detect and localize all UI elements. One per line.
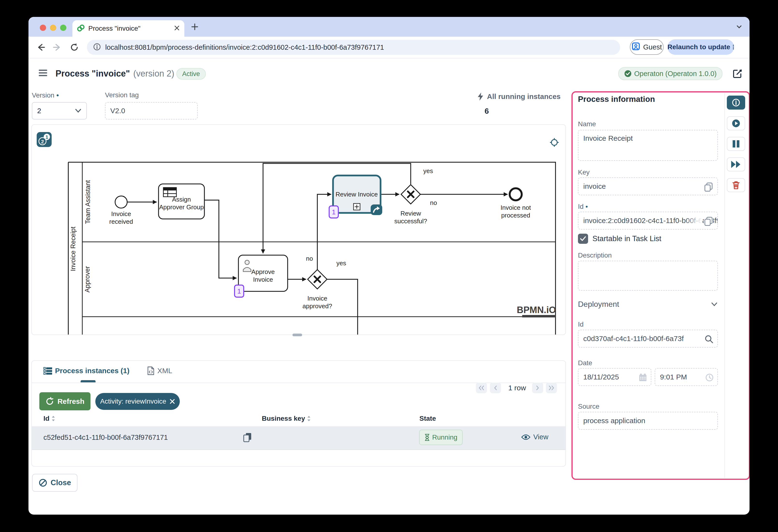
favicon-link-icon [77, 24, 85, 33]
delete-button[interactable] [727, 178, 745, 192]
new-tab-icon[interactable] [190, 23, 199, 32]
cancel-icon [38, 478, 47, 487]
svg-text:successful?: successful? [394, 218, 427, 225]
instance-id[interactable]: c52fed51-c4c1-11f0-b00f-6a73f9767171 [44, 434, 168, 442]
bpmnio-watermark: BPMN.iO [517, 305, 556, 317]
activity-filter-chip[interactable]: Activity: reviewInvoice [95, 393, 180, 410]
drilldown-arrow-icon[interactable] [371, 205, 382, 215]
fast-forward-icon [731, 160, 741, 168]
chevron-down-icon [711, 302, 718, 307]
lane-label-team-assistant: Team Assistant [84, 180, 91, 224]
deployment-id-input[interactable]: c0d370af-c4c1-11f0-b00f-6a73f [578, 330, 718, 348]
traffic-light-zoom[interactable] [60, 25, 66, 31]
hamburger-menu-icon[interactable] [38, 68, 48, 79]
svg-text:approved?: approved? [303, 302, 332, 310]
url-bar[interactable]: localhost:8081/bpm/process-definitions/i… [87, 40, 620, 55]
date-input[interactable]: 18/11/2025 [578, 368, 651, 386]
lane-label-approver: Approver [84, 266, 91, 293]
column-header-id[interactable]: Id [44, 415, 55, 423]
prev-page-button[interactable] [490, 383, 501, 393]
chevrons-right-icon [548, 385, 554, 391]
refresh-button[interactable]: Refresh [39, 392, 90, 410]
guest-label: Guest [643, 43, 662, 51]
text-fade [685, 213, 702, 228]
name-input[interactable]: Invoice Receipt [578, 130, 718, 161]
deployment-section-header[interactable]: Deployment [578, 300, 718, 309]
tab-search-chevron-icon[interactable] [735, 24, 743, 31]
suspend-button[interactable] [727, 137, 745, 151]
tab-xml[interactable]: XML [147, 366, 172, 375]
sort-icon [52, 415, 55, 422]
edge-label-review-no: no [430, 199, 437, 206]
traffic-light-minimize[interactable] [50, 25, 56, 31]
info-tab-button[interactable] [727, 96, 745, 109]
startable-label: Startable in Task List [593, 234, 661, 243]
browser-tab[interactable]: Process "invoice" [72, 20, 184, 37]
tab-close-icon[interactable] [174, 25, 180, 32]
description-input[interactable] [578, 261, 718, 291]
source-input[interactable]: process application [578, 412, 718, 430]
relaunch-button[interactable]: Relaunch to update [668, 40, 734, 55]
first-page-button[interactable] [476, 383, 487, 393]
next-page-button[interactable] [532, 383, 543, 393]
version-select[interactable]: 2 [32, 102, 87, 120]
copy-icon[interactable] [704, 216, 713, 228]
last-page-button[interactable] [546, 383, 557, 393]
forward-icon[interactable] [51, 41, 64, 54]
check-circle-icon [624, 70, 632, 77]
version-select-value: 2 [37, 107, 41, 115]
copy-icon[interactable] [242, 432, 252, 444]
edit-icon[interactable] [732, 68, 743, 80]
reload-icon[interactable] [68, 41, 81, 54]
end-event-invoice-not-processed[interactable]: Invoice not processed [500, 188, 531, 219]
svg-text:processed: processed [501, 212, 530, 219]
version-diff-badge[interactable]: 1 2 [37, 132, 52, 147]
calendar-icon [638, 373, 647, 384]
pool-label: Invoice Receipt [70, 226, 77, 271]
migrate-button[interactable] [727, 157, 745, 171]
svg-text:1: 1 [237, 288, 241, 295]
svg-text:1: 1 [46, 134, 48, 140]
traffic-light-close[interactable] [40, 25, 46, 31]
tab-process-instances[interactable]: Process instances (1) [44, 366, 129, 375]
bpmn-diagram-canvas[interactable]: Invoice Receipt Team Assistant Approver … [31, 124, 566, 335]
running-instances-count: 6 [484, 107, 489, 116]
guest-profile-button[interactable]: Guest [630, 40, 664, 55]
column-header-state: State [419, 415, 436, 423]
business-rule-icon [163, 187, 176, 197]
remove-filter-icon[interactable] [170, 399, 175, 404]
svg-text:Invoice: Invoice [253, 276, 273, 283]
table-row[interactable]: c52fed51-c4c1-11f0-b00f-6a73f9767171 Run… [32, 426, 565, 450]
startable-checkbox[interactable] [578, 234, 588, 244]
start-event-invoice-received[interactable]: Invoice received [109, 196, 133, 225]
start-instance-button[interactable] [727, 117, 745, 130]
site-info-icon[interactable] [93, 43, 101, 52]
deployment-id-label: Id [578, 320, 584, 328]
task-review-invoice[interactable]: Review Invoice 1 [329, 175, 382, 218]
svg-text:Invoice not: Invoice not [500, 204, 531, 211]
subprocess-plus-icon[interactable] [354, 204, 360, 210]
edge-label-approved-yes: yes [336, 259, 346, 267]
back-icon[interactable] [34, 41, 47, 54]
id-input[interactable]: invoice:2:c0d91602-c4c1-11f0-b00f-6a73f9… [578, 212, 718, 230]
close-button[interactable]: Close [32, 474, 77, 492]
view-link[interactable]: View [521, 433, 548, 441]
time-input[interactable]: 9:01 PM [655, 368, 718, 386]
key-input[interactable]: invoice [578, 177, 718, 195]
center-viewport-icon[interactable] [550, 138, 559, 147]
instance-count-badge: 1 [329, 206, 338, 218]
chevron-down-icon [75, 108, 82, 113]
gateway-invoice-approved[interactable]: Invoice approved? [303, 270, 332, 310]
resize-handle[interactable] [293, 333, 302, 336]
source-label: Source [578, 403, 600, 410]
column-header-business-key[interactable]: Business key [262, 415, 311, 423]
version-tag-input[interactable]: V2.0 [105, 102, 198, 120]
search-icon[interactable] [704, 334, 714, 346]
gateway-review-successful[interactable]: Review successful? [394, 185, 427, 225]
task-approve-invoice[interactable]: Approve Invoice 1 [235, 255, 288, 297]
name-label: Name [578, 120, 596, 128]
task-assign-approver-group[interactable]: Assign Approver Group [159, 184, 205, 219]
browser-menu-dots-icon[interactable] [732, 43, 734, 52]
copy-icon[interactable] [704, 182, 713, 193]
refresh-icon [46, 397, 54, 406]
